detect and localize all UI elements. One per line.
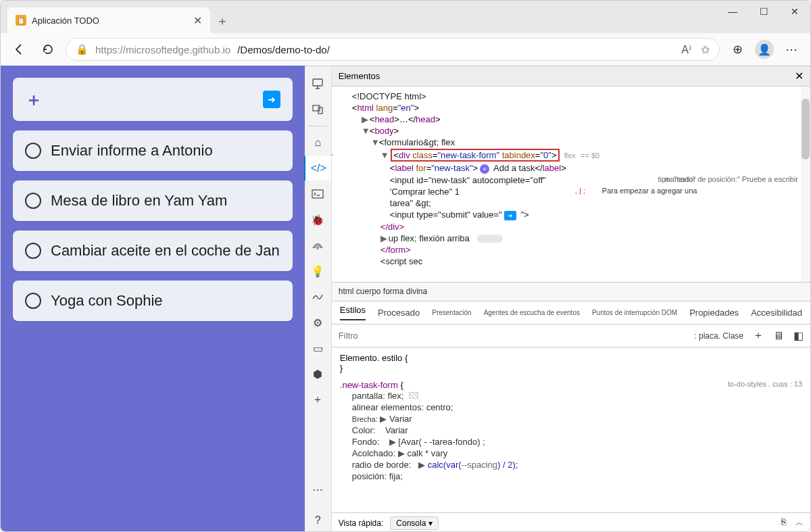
todo-app-pane: ＋ ➜ Enviar informe a Antonio Mesa de lib… [1,66,305,532]
task-label: Enviar informe a Antonio [51,142,213,160]
svg-rect-3 [312,190,323,198]
drawer-select[interactable]: Consola ▾ [390,516,438,530]
application-icon[interactable]: ▭ [304,336,331,360]
tab-propiedades[interactable]: Propiedades [689,308,739,318]
performance-icon[interactable] [304,285,331,309]
close-devtools-icon[interactable]: ✕ [795,70,804,82]
hover-toggle[interactable]: : placa. Clase [694,331,743,341]
styles-panel[interactable]: Elemento. estilo { } .new-task-form {to-… [332,347,810,512]
panel-title: Elementos [339,71,380,81]
back-button[interactable] [9,39,30,60]
device-icon[interactable] [304,97,331,122]
minimize-button[interactable]: ― [717,1,748,22]
browser-tab[interactable]: 📋 Aplicación TODO ✕ [7,7,210,33]
checkbox-icon[interactable] [25,143,41,159]
checkbox-icon[interactable] [25,243,41,259]
toolbar: 🔒 https://microsoftedge.github.io/Demos/… [1,33,810,66]
devtools-main: Elementos ✕ <!DOCTYPE html> <html lang="… [332,66,810,532]
more-icon[interactable]: ⋯ [304,477,331,502]
checkbox-icon[interactable] [25,193,41,209]
address-bar[interactable]: 🔒 https://microsoftedge.github.io/Demos/… [66,38,720,61]
task-item[interactable]: Mesa de libro en Yam Yam [13,180,293,221]
clipboard-icon: 📋 [16,15,26,26]
refresh-button[interactable] [37,39,59,60]
menu-icon[interactable]: ⋯ [781,39,802,60]
devtools-pane: ⌂ </> 🐞 💡 ⚙ ▭ ⬢ ＋ ⋯ ? Elementos ✕ <!DOCT… [305,66,810,532]
console-icon[interactable] [304,182,331,206]
maximize-button[interactable]: ☐ [748,1,779,22]
dom-breadcrumb[interactable]: html cuerpo forma divina [332,283,810,301]
profile-avatar[interactable]: 👤 [755,40,774,59]
devtools-drawer: Vista rápida: Consola ▾ ⎘ ︿ [332,512,810,532]
tab-accesibilidad[interactable]: Accesibilidad [751,308,802,318]
dom-tree[interactable]: <!DOCTYPE html> <html lang="en"> ▶<head>… [332,87,810,283]
close-tab-icon[interactable]: ✕ [193,14,202,27]
plus-icon: ＋ [25,88,43,112]
window-controls: ― ☐ ✕ [717,1,810,33]
flex-editor-icon[interactable] [409,392,418,399]
tab-agentes[interactable]: Agentes de escucha de eventos [484,309,580,316]
welcome-icon[interactable]: ⌂ [304,130,331,155]
styles-filter-row: : placa. Clase ＋ 🖥 ◧ [332,324,810,347]
toggle-sidebar-icon[interactable]: ◧ [793,329,804,342]
computed-panel-icon[interactable]: 🖥 [773,330,784,342]
task-item[interactable]: Yoga con Sophie [13,281,293,321]
lock-icon: 🔒 [76,43,89,55]
settings-icon[interactable]: ⚙ [304,310,331,335]
network-icon[interactable] [304,233,331,258]
task-label: Yoga con Sophie [51,292,163,310]
devtools-activity-bar: ⌂ </> 🐞 💡 ⚙ ▭ ⬢ ＋ ⋯ ? [305,66,332,532]
window-titlebar: 📋 Aplicación TODO ✕ ＋ ― ☐ ✕ [1,1,810,33]
styles-filter-input[interactable] [339,331,695,341]
vista-label: Vista rápida: [339,518,384,528]
url-path: /Demos/demo-to-do/ [237,44,330,55]
task-label: Mesa de libro en Yam Yam [51,192,227,210]
tab-title: Aplicación TODO [32,16,99,26]
task-item[interactable]: Enviar informe a Antonio [13,130,293,171]
new-rule-icon[interactable]: ＋ [753,329,764,343]
new-tab-button[interactable]: ＋ [210,9,235,33]
add-tool-icon[interactable]: ＋ [304,387,331,412]
devtools-panel-header: Elementos ✕ [332,66,810,87]
new-task-form[interactable]: ＋ ➜ [13,78,293,121]
checkbox-icon[interactable] [25,293,41,309]
read-aloud-icon[interactable]: A⁾ [681,43,691,56]
selected-dom-node[interactable]: <div class="new-task-form" tabindex="0"> [391,149,559,162]
submit-icon[interactable]: ➜ [263,91,280,108]
task-label: Cambiar aceite en el coche de Jan [51,242,280,260]
styles-tabs: Estilos Procesado Presentación Agentes d… [332,301,810,324]
lightbulb-icon[interactable]: 💡 [304,259,331,283]
memory-icon[interactable]: ⬢ [304,362,331,386]
sources-icon[interactable]: 🐞 [304,208,331,232]
collapse-drawer-icon[interactable]: ︿ [795,517,804,529]
tab-procesado[interactable]: Procesado [378,308,420,318]
favorite-icon[interactable]: ✩ [701,43,710,56]
tab-estilos[interactable]: Estilos [340,305,366,320]
url-host: https://microsoftedge.github.io [95,44,230,55]
help-icon[interactable]: ? [304,508,331,532]
tab-puntos[interactable]: Puntos de interrupción DOM [592,309,677,316]
issues-icon[interactable]: ⎘ [781,517,786,529]
tab-presentacion[interactable]: Presentación [432,309,471,316]
inspect-icon[interactable] [304,72,331,96]
collections-icon[interactable]: ⊕ [727,39,748,60]
svg-point-4 [317,248,318,249]
close-window-button[interactable]: ✕ [779,1,810,22]
elements-icon[interactable]: </> [304,156,331,180]
task-item[interactable]: Cambiar aceite en el coche de Jan [13,231,293,271]
svg-rect-0 [313,79,322,86]
